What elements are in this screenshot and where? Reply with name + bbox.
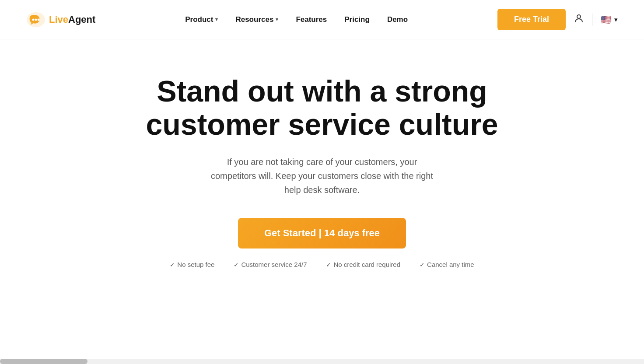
scrollbar[interactable] (0, 359, 644, 364)
check-icon-4: ✓ (420, 261, 425, 268)
svg-point-4 (577, 15, 581, 18)
logo-live: Live (49, 14, 68, 25)
trust-badges: ✓ No setup fee ✓ Customer service 24/7 ✓… (160, 261, 483, 268)
nav-demo[interactable]: Demo (387, 15, 408, 24)
hero-subtitle: If you are not taking care of your custo… (208, 155, 436, 197)
lang-chevron-icon: ▾ (614, 16, 618, 24)
svg-point-3 (38, 18, 40, 21)
language-selector[interactable]: 🇺🇸 ▾ (600, 14, 618, 25)
scrollbar-thumb[interactable] (0, 359, 88, 364)
logo-agent: Agent (68, 14, 95, 25)
svg-point-1 (32, 18, 35, 21)
hero-section: Stand out with a strong customer service… (0, 39, 644, 294)
nav-resources[interactable]: Resources ▾ (235, 15, 278, 24)
get-started-button[interactable]: Get Started | 14 days free (238, 218, 406, 248)
trust-no-setup-fee: ✓ No setup fee (160, 261, 224, 268)
header-right: Free Trial 🇺🇸 ▾ (497, 9, 618, 30)
trust-no-credit-card: ✓ No credit card required (316, 261, 410, 268)
trust-cancel-anytime: ✓ Cancel any time (410, 261, 484, 268)
check-icon-3: ✓ (326, 261, 331, 268)
header-divider (592, 14, 592, 26)
check-icon-2: ✓ (234, 261, 239, 268)
nav-pricing[interactable]: Pricing (344, 15, 370, 24)
site-header: LiveAgent Product ▾ Resources ▾ Features… (0, 0, 644, 39)
logo[interactable]: LiveAgent (26, 11, 95, 28)
nav-features[interactable]: Features (296, 15, 327, 24)
hero-title: Stand out with a strong customer service… (125, 74, 519, 141)
trust-customer-service: ✓ Customer service 24/7 (224, 261, 316, 268)
flag-icon: 🇺🇸 (600, 14, 612, 25)
nav-product[interactable]: Product ▾ (185, 15, 218, 24)
product-chevron-icon: ▾ (215, 17, 218, 22)
resources-chevron-icon: ▾ (276, 17, 278, 22)
user-account-icon[interactable] (574, 13, 584, 26)
free-trial-button[interactable]: Free Trial (497, 9, 566, 30)
main-nav: Product ▾ Resources ▾ Features Pricing D… (185, 15, 408, 24)
check-icon-1: ✓ (170, 261, 175, 268)
logo-icon (26, 11, 46, 28)
svg-point-2 (35, 18, 37, 21)
